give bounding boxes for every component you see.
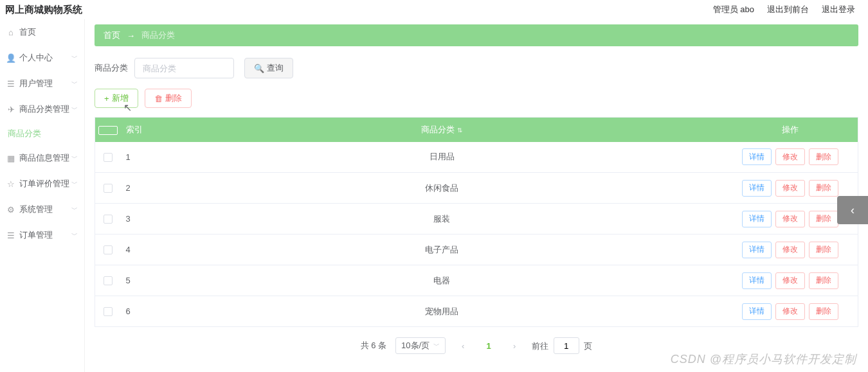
row-checkbox[interactable] (104, 153, 113, 162)
category-table: 索引 商品分类 ⇅ 操作 1日用品详情修改删除2休闲食品详情修改删除3服装详情修… (95, 117, 858, 327)
breadcrumb-arrow: → (127, 31, 135, 40)
page-size-select[interactable]: 10条/页 ﹀ (395, 337, 446, 354)
row-checkbox-cell (95, 235, 121, 265)
delete-button[interactable]: 🗑 删除 (145, 89, 192, 108)
header-right: 管理员 abo 退出到前台 退出登录 (713, 4, 855, 15)
sidebar-sub-category[interactable]: 商品分类 (0, 122, 84, 145)
page-jump-input[interactable] (554, 337, 579, 354)
row-detail-button[interactable]: 详情 (742, 242, 772, 258)
search-icon: 🔍 (254, 64, 264, 73)
sidebar-item-products[interactable]: ▦ 商品信息管理 ﹀ (0, 145, 84, 171)
row-edit-button[interactable]: 修改 (775, 303, 805, 320)
sort-icon: ⇅ (457, 127, 462, 134)
row-checkbox[interactable] (104, 245, 113, 254)
row-checkbox-cell (95, 296, 121, 327)
trash-icon: 🗑 (154, 94, 163, 103)
jump-group: 前往 页 (532, 337, 592, 354)
add-button[interactable]: + 新增 (95, 89, 138, 108)
sidebar-item-orders[interactable]: ☰ 订单管理 ﹀ (0, 222, 84, 248)
pagination: 共 6 条 10条/页 ﹀ ‹ 1 › 前往 页 (95, 337, 858, 354)
gear-icon: ⚙ (6, 205, 15, 214)
row-checkbox[interactable] (104, 184, 113, 193)
prev-page-button[interactable]: ‹ (455, 337, 471, 354)
row-edit-button[interactable]: 修改 (775, 242, 805, 258)
chevron-left-icon: ‹ (851, 204, 854, 217)
row-delete-button[interactable]: 删除 (809, 148, 838, 165)
logout-link[interactable]: 退出登录 (822, 4, 855, 15)
row-checkbox-cell (95, 173, 121, 204)
row-checkbox[interactable] (104, 276, 113, 285)
container: ⌂ 首页 👤 个人中心 ﹀ ☰ 用户管理 ﹀ ✈ 商品分类管理 ﹀ 商品分类 ▦… (0, 19, 868, 372)
sidebar-item-reviews[interactable]: ☆ 订单评价管理 ﹀ (0, 171, 84, 197)
row-detail-button[interactable]: 详情 (742, 303, 772, 320)
row-category: 服装 (161, 204, 723, 235)
chevron-down-icon: ﹀ (433, 341, 440, 350)
star-icon: ☆ (6, 179, 15, 188)
header-index: 索引 (121, 118, 161, 142)
row-ops: 详情修改删除 (723, 235, 858, 265)
row-detail-button[interactable]: 详情 (742, 211, 772, 227)
next-page-button[interactable]: › (506, 337, 523, 354)
row-checkbox[interactable] (104, 215, 113, 224)
sidebar: ⌂ 首页 👤 个人中心 ﹀ ☰ 用户管理 ﹀ ✈ 商品分类管理 ﹀ 商品分类 ▦… (0, 19, 85, 372)
sidebar-item-label: 订单评价管理 (19, 178, 71, 190)
pagination-total: 共 6 条 (361, 340, 386, 351)
sidebar-item-users[interactable]: ☰ 用户管理 ﹀ (0, 71, 84, 96)
row-delete-button[interactable]: 删除 (809, 303, 838, 320)
header-category[interactable]: 商品分类 ⇅ (161, 118, 723, 142)
row-delete-button[interactable]: 删除 (809, 242, 838, 258)
table-row: 6宠物用品详情修改删除 (95, 296, 858, 327)
chevron-down-icon: ﹀ (71, 105, 78, 114)
row-detail-button[interactable]: 详情 (742, 180, 772, 197)
row-delete-button[interactable]: 删除 (809, 180, 838, 197)
row-category: 电子产品 (161, 235, 723, 265)
list-icon: ☰ (6, 231, 15, 240)
row-edit-button[interactable]: 修改 (775, 272, 805, 289)
chevron-down-icon: ﹀ (71, 79, 78, 88)
row-delete-button[interactable]: 删除 (809, 211, 838, 227)
row-checkbox-cell (95, 142, 121, 173)
category-search-input[interactable] (134, 58, 234, 78)
sidebar-item-label: 订单管理 (19, 229, 71, 241)
row-delete-button[interactable]: 删除 (809, 272, 838, 289)
chevron-down-icon: ﹀ (71, 231, 78, 240)
sidebar-item-label: 用户管理 (19, 78, 71, 89)
table-row: 4电子产品详情修改删除 (95, 235, 858, 265)
search-label: 查询 (267, 62, 284, 74)
sidebar-item-label: 商品信息管理 (19, 152, 71, 164)
row-detail-button[interactable]: 详情 (742, 272, 772, 289)
admin-label[interactable]: 管理员 abo (713, 4, 754, 15)
row-category: 休闲食品 (161, 173, 723, 204)
sidebar-item-home[interactable]: ⌂ 首页 (0, 19, 84, 45)
drawer-handle[interactable]: ‹ (837, 196, 868, 224)
sidebar-item-label: 系统管理 (19, 204, 71, 215)
table-row: 5电器详情修改删除 (95, 265, 858, 296)
row-index: 5 (121, 265, 161, 296)
current-page[interactable]: 1 (480, 341, 497, 351)
row-checkbox[interactable] (104, 307, 113, 316)
row-index: 1 (121, 142, 161, 173)
user-icon: 👤 (6, 53, 15, 62)
to-front-link[interactable]: 退出到前台 (767, 4, 809, 15)
chevron-down-icon: ﹀ (71, 53, 78, 62)
sidebar-item-category[interactable]: ✈ 商品分类管理 ﹀ (0, 96, 84, 122)
row-ops: 详情修改删除 (723, 296, 858, 327)
sidebar-item-label: 首页 (19, 26, 78, 38)
select-all-checkbox[interactable] (98, 126, 118, 135)
row-edit-button[interactable]: 修改 (775, 211, 805, 227)
row-edit-button[interactable]: 修改 (775, 148, 805, 165)
users-icon: ☰ (6, 79, 15, 88)
row-ops: 详情修改删除 (723, 142, 858, 173)
chevron-down-icon: ﹀ (71, 205, 78, 214)
sidebar-item-label: 个人中心 (19, 52, 71, 64)
row-edit-button[interactable]: 修改 (775, 180, 805, 197)
sidebar-item-system[interactable]: ⚙ 系统管理 ﹀ (0, 197, 84, 222)
search-button[interactable]: 🔍 查询 (244, 58, 293, 78)
row-detail-button[interactable]: 详情 (742, 148, 772, 165)
breadcrumb-home[interactable]: 首页 (104, 30, 120, 41)
page-size-label: 10条/页 (401, 340, 429, 351)
table-row: 1日用品详情修改删除 (95, 142, 858, 173)
action-row: + 新增 🗑 删除 (95, 89, 858, 108)
sidebar-item-profile[interactable]: 👤 个人中心 ﹀ (0, 45, 84, 71)
sidebar-item-label: 商品分类管理 (19, 103, 71, 115)
